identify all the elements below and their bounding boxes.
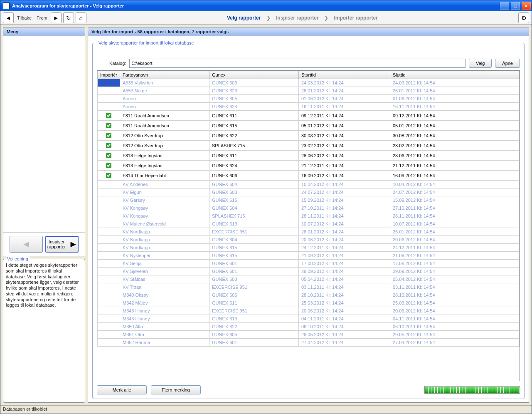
import-checkbox[interactable] xyxy=(106,153,111,158)
breadcrumb-step1[interactable]: Velg rapporter xyxy=(227,15,261,21)
home-button[interactable]: ⌂ xyxy=(76,12,86,23)
table-row[interactable]: KV SjøveienGUNEX 60129.09.2012 Kl: 14:24… xyxy=(98,268,520,275)
table-row[interactable]: KV SenjaGUNEX 60117.08.2012 Kl: 14:2417.… xyxy=(98,260,520,268)
col-slutt[interactable]: Sluttid xyxy=(390,71,519,79)
import-checkbox-cell[interactable] xyxy=(98,315,120,323)
import-checkbox-cell[interactable] xyxy=(98,307,120,315)
import-checkbox-cell[interactable] xyxy=(98,212,120,220)
table-row[interactable]: M343 HinnøyGUNEX 61304.11.2011 Kl: 14:24… xyxy=(98,315,520,323)
breadcrumb-step2[interactable]: Inspiser rapporter xyxy=(276,15,319,21)
minimize-button[interactable]: _ xyxy=(500,2,509,10)
table-row[interactable]: F312 Otto SverdrupGUNEX 62230.08.2012 Kl… xyxy=(98,131,520,141)
catalog-input[interactable] xyxy=(129,59,466,68)
import-checkbox-cell[interactable] xyxy=(98,141,120,151)
table-row[interactable]: KV StålbasGUNEX 60305.04.2012 Kl: 14:240… xyxy=(98,275,520,283)
table-row[interactable]: M351 OtraGUNEX 60529.05.2012 Kl: 14:2429… xyxy=(98,331,520,339)
import-checkbox[interactable] xyxy=(106,133,111,138)
table-row[interactable]: M343 HinnøyEXCERCISE 95120.06.2012 Kl: 1… xyxy=(98,307,520,315)
import-checkbox-cell[interactable] xyxy=(98,275,120,283)
table-row[interactable]: A553 NorgeGUNEX 62326.01.2012 Kl: 14:242… xyxy=(98,87,520,95)
import-checkbox-cell[interactable] xyxy=(98,291,120,299)
table-scroll[interactable]: Importèr Fartøysnavn Gunex Starttid Slut… xyxy=(97,71,520,381)
table-row[interactable]: M340 OksøyGUNEX 60628.10.2011 Kl: 14:242… xyxy=(98,291,520,299)
cell-slutt: 04.11.2011 Kl: 14:54 xyxy=(390,315,519,323)
refresh-button[interactable]: ↻ xyxy=(63,12,74,23)
table-row[interactable]: KV KongsøySPLASHEX 71528.11.2011 Kl: 14:… xyxy=(98,212,520,220)
import-checkbox-cell[interactable] xyxy=(98,111,120,121)
table-row[interactable]: KV Malene ØstervoldGUNEX 61310.07.2012 K… xyxy=(98,220,520,228)
import-checkbox-cell[interactable] xyxy=(98,121,120,131)
col-fartoy[interactable]: Fartøysnavn xyxy=(120,71,209,79)
table-row[interactable]: AnnenGUNEX 62416.11.2011 Kl: 14:2416.11.… xyxy=(98,103,520,111)
close-button[interactable]: × xyxy=(522,2,531,10)
forward-button[interactable]: ► xyxy=(51,12,62,23)
import-checkbox-cell[interactable] xyxy=(98,220,120,228)
table-row[interactable]: KV AndenesGUNEX 60410.04.2012 Kl: 14:241… xyxy=(98,181,520,188)
import-checkbox-cell[interactable] xyxy=(98,95,120,103)
import-checkbox-cell[interactable] xyxy=(98,331,120,339)
import-checkbox-cell[interactable] xyxy=(98,161,120,171)
table-row[interactable]: KV KongsøyGUNEX 60427.10.2011 Kl: 14:242… xyxy=(98,204,520,212)
select-all-button[interactable]: Merk alle xyxy=(97,385,147,394)
import-checkbox-cell[interactable] xyxy=(98,131,120,141)
import-checkbox-cell[interactable] xyxy=(98,171,120,181)
import-checkbox[interactable] xyxy=(106,173,111,178)
import-checkbox-cell[interactable] xyxy=(98,260,120,268)
table-row[interactable]: KV EigunGUNEX 60324.07.2012 Kl: 14:2424.… xyxy=(98,188,520,196)
import-checkbox-cell[interactable] xyxy=(98,228,120,236)
table-row[interactable]: M350 AltaGUNEX 62206.10.2011 Kl: 14:2406… xyxy=(98,323,520,331)
col-gunex[interactable]: Gunex xyxy=(209,71,298,79)
table-row[interactable]: F311 Roald AmundsenGUNEX 61505.01.2012 K… xyxy=(98,121,520,131)
table-row[interactable]: F313 Helge IngstadGUNEX 62421.12.2011 Kl… xyxy=(98,161,520,171)
cell-start: 28.06.2012 Kl: 14:24 xyxy=(298,151,390,161)
import-checkbox-cell[interactable] xyxy=(98,244,120,252)
import-checkbox-cell[interactable] xyxy=(98,283,120,291)
table-row[interactable]: KV NysleppenGUNEX 61521.09.2012 Kl: 14:2… xyxy=(98,252,520,260)
import-checkbox-cell[interactable] xyxy=(98,299,120,307)
table-row[interactable]: KV NordkappEXCERCISE 95126.01.2012 Kl: 1… xyxy=(98,228,520,236)
import-checkbox-cell[interactable] xyxy=(98,323,120,331)
import-checkbox-cell[interactable] xyxy=(98,252,120,260)
table-row[interactable]: F314 Thor HeyerdahlGUNEX 60616.09.2012 K… xyxy=(98,171,520,181)
import-checkbox[interactable] xyxy=(106,123,111,128)
import-checkbox-cell[interactable] xyxy=(98,339,120,347)
import-checkbox-cell[interactable] xyxy=(98,196,120,204)
table-row[interactable]: F311 Roald AmundsenGUNEX 61109.12.2011 K… xyxy=(98,111,520,121)
breadcrumb-step3[interactable]: Importer rapporter xyxy=(334,15,377,21)
table-row[interactable]: M342 MåløyGUNEX 61125.03.2012 Kl: 14:242… xyxy=(98,299,520,307)
import-checkbox-cell[interactable] xyxy=(98,79,120,87)
col-start[interactable]: Starttid xyxy=(298,71,390,79)
import-checkbox-cell[interactable] xyxy=(98,181,120,188)
next-step-button[interactable]: Inspiser rapporter ► xyxy=(45,236,79,253)
table-row[interactable]: AnnenGUNEX 60501.06.2012 Kl: 14:2401.06.… xyxy=(98,95,520,103)
col-importer[interactable]: Importèr xyxy=(98,71,120,79)
prev-step-button[interactable]: ◄ xyxy=(10,236,43,253)
import-checkbox[interactable] xyxy=(106,113,111,118)
import-checkbox-cell[interactable] xyxy=(98,204,120,212)
import-checkbox-cell[interactable] xyxy=(98,236,120,244)
cell-fartoy: KV Andenes xyxy=(120,181,209,188)
table-row[interactable]: KV NordkappGUNEX 60420.06.2012 Kl: 14:24… xyxy=(98,236,520,244)
select-button[interactable]: Velg xyxy=(469,59,492,68)
table-row[interactable]: KV GarsøyGUNEX 61515.09.2012 Kl: 14:2415… xyxy=(98,196,520,204)
table-row[interactable]: KV TitranEXCERCISE 95103.11.2011 Kl: 14:… xyxy=(98,283,520,291)
table-row[interactable]: M352 RaumaGUNEX 60127.04.2012 Kl: 14:242… xyxy=(98,339,520,347)
back-button[interactable]: ◄ xyxy=(3,12,14,23)
import-checkbox-cell[interactable] xyxy=(98,87,120,95)
cell-slutt: 05.04.2012 Kl: 14:54 xyxy=(390,275,519,283)
import-checkbox-cell[interactable] xyxy=(98,268,120,275)
table-row[interactable]: F313 Helge IngstadGUNEX 61128.06.2012 Kl… xyxy=(98,151,520,161)
open-button[interactable]: Åpne xyxy=(495,59,520,68)
table-row[interactable]: A535 ValkyrienGUNEX 60624.03.2012 Kl: 14… xyxy=(98,79,520,87)
settings-button[interactable]: ⚙ xyxy=(518,12,529,23)
cell-slutt: 27.04.2012 Kl: 14:54 xyxy=(390,339,519,347)
import-checkbox[interactable] xyxy=(106,163,111,168)
clear-selection-button[interactable]: Fjern merking xyxy=(151,385,201,394)
table-row[interactable]: KV NordkappGUNEX 61524.12.2011 Kl: 14:24… xyxy=(98,244,520,252)
table-row[interactable]: F312 Otto SverdrupSPLASHEX 71523.02.2012… xyxy=(98,141,520,151)
import-checkbox-cell[interactable] xyxy=(98,103,120,111)
maximize-button[interactable]: □ xyxy=(511,2,520,10)
import-checkbox-cell[interactable] xyxy=(98,188,120,196)
import-checkbox-cell[interactable] xyxy=(98,151,120,161)
import-checkbox[interactable] xyxy=(106,143,111,148)
